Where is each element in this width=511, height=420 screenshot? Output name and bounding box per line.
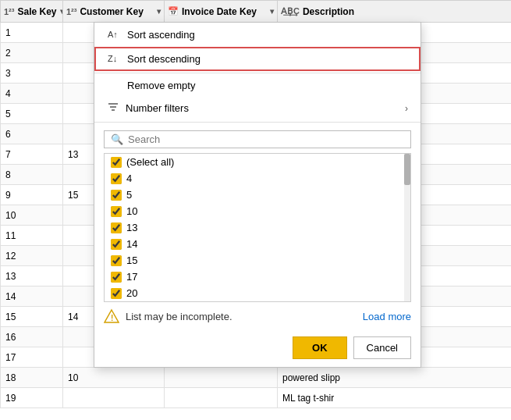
col-icon-123-2: 1²³	[66, 7, 76, 16]
menu-separator-2	[94, 122, 421, 123]
cell-sale: 15	[1, 307, 63, 327]
checkbox-select-all[interactable]: (Select all)	[105, 154, 410, 170]
sort-descending-label: Sort descending	[127, 53, 200, 65]
filter-dropdown: A↑ Sort ascending Z↓ Sort descending Rem…	[94, 22, 421, 368]
warning-row: ! List may be incomplete. Load more	[94, 302, 421, 330]
cell-sale: 10	[1, 205, 63, 226]
checkbox-label-14: 14	[126, 238, 137, 250]
cell-sale: 16	[1, 327, 63, 347]
col-header-invoice-date[interactable]: 📅 Invoice Date Key ▾	[165, 1, 278, 23]
col-icon-123: 1²³	[4, 7, 14, 16]
cell-sale: 13	[1, 266, 63, 287]
filter-search-input[interactable]	[128, 133, 404, 145]
filter-panel: 🔍 (Select all) 4 5 10	[94, 124, 421, 302]
cell-sale: 8	[1, 165, 63, 185]
search-icon: 🔍	[111, 133, 123, 145]
cell-sale: 14	[1, 287, 63, 307]
sort-ascending-item[interactable]: A↑ Sort ascending	[94, 23, 421, 47]
checkbox-item-15[interactable]: 15	[105, 252, 410, 269]
cell-sale: 1	[1, 23, 63, 43]
sort-desc-icon: Z↓	[107, 52, 121, 66]
cell-sale: 9	[1, 185, 63, 205]
cell-sale: 17	[1, 347, 63, 368]
cell-desc: powered slipp	[278, 368, 512, 388]
checkbox-item-17[interactable]: 17	[105, 269, 410, 285]
checkbox-list: (Select all) 4 5 10 13	[104, 153, 411, 302]
checkbox-label-4: 4	[126, 173, 132, 184]
checkbox-label-10: 10	[126, 205, 137, 217]
cell-invoice	[165, 388, 278, 408]
checkbox-input-14[interactable]	[111, 239, 122, 250]
button-row: OK Cancel	[94, 330, 421, 367]
warning-left: ! List may be incomplete.	[104, 308, 232, 324]
checkbox-input-13[interactable]	[111, 222, 122, 233]
cell-sale: 6	[1, 124, 63, 144]
checkbox-item-14[interactable]: 14	[105, 236, 410, 252]
cell-sale: 7	[1, 144, 63, 165]
cell-sale: 3	[1, 63, 63, 84]
remove-empty-item[interactable]: Remove empty	[94, 75, 421, 96]
sort-ascending-label: Sort ascending	[127, 29, 195, 41]
load-more-link[interactable]: Load more	[363, 311, 411, 322]
checkbox-input-20[interactable]	[111, 288, 122, 299]
cell-invoice	[165, 368, 278, 388]
checkbox-item-13[interactable]: 13	[105, 219, 410, 236]
cell-sale: 19	[1, 388, 63, 408]
number-filters-item[interactable]: Number filters ›	[94, 96, 421, 120]
filter-search-box[interactable]: 🔍	[104, 130, 411, 148]
col-dropdown-sale-key[interactable]: ▾	[60, 7, 63, 16]
checkbox-item-5[interactable]: 5	[105, 187, 410, 203]
col-icon-abc: A͢B͢C	[281, 6, 300, 16]
sort-asc-icon: A↑	[107, 27, 121, 42]
svg-text:Z↓: Z↓	[108, 54, 117, 63]
svg-text:A↑: A↑	[108, 30, 118, 39]
cell-sale: 4	[1, 84, 63, 104]
warning-icon: !	[104, 308, 119, 324]
checkbox-label-5: 5	[126, 189, 132, 201]
col-dropdown-invoice-date[interactable]: ▾	[270, 7, 274, 16]
col-dropdown-customer-key[interactable]: ▾	[157, 7, 161, 16]
menu-separator-1	[94, 73, 421, 73]
chevron-right-icon: ›	[405, 103, 408, 114]
cell-customer: 10	[63, 368, 165, 388]
number-filters-icon	[107, 101, 119, 116]
col-header-customer-key[interactable]: 1²³ Customer Key ▾	[63, 1, 165, 23]
checkbox-select-all-input[interactable]	[111, 157, 122, 168]
checkbox-label-17: 17	[126, 271, 137, 283]
cell-customer	[63, 388, 165, 408]
checkbox-label-13: 13	[126, 222, 137, 233]
col-label-invoice-date: Invoice Date Key	[182, 6, 257, 17]
checkbox-item-4[interactable]: 4	[105, 170, 410, 187]
checkbox-input-5[interactable]	[111, 190, 122, 201]
checkbox-input-17[interactable]	[111, 272, 122, 283]
number-filters-label: Number filters	[126, 102, 189, 114]
table-row: 19ML tag t-shir	[1, 388, 512, 408]
scrollbar-thumb[interactable]	[404, 154, 410, 185]
cell-sale: 18	[1, 368, 63, 388]
warning-text: List may be incomplete.	[126, 311, 232, 322]
cell-sale: 11	[1, 226, 63, 246]
cell-sale: 12	[1, 246, 63, 266]
cell-sale: 5	[1, 104, 63, 124]
cancel-button[interactable]: Cancel	[353, 336, 411, 359]
sort-descending-item[interactable]: Z↓ Sort descending	[94, 47, 421, 71]
table-row: 1810powered slipp	[1, 368, 512, 388]
checkbox-item-20[interactable]: 20	[105, 285, 410, 301]
scrollbar-track[interactable]	[404, 154, 410, 301]
checkbox-input-15[interactable]	[111, 255, 122, 266]
checkbox-input-4[interactable]	[111, 173, 122, 184]
remove-empty-label: Remove empty	[127, 80, 195, 91]
ok-button[interactable]: OK	[293, 336, 347, 359]
checkbox-item-10[interactable]: 10	[105, 203, 410, 219]
checkbox-select-all-label: (Select all)	[126, 156, 174, 168]
table-container: 1²³ Sale Key ▾ 1²³ Customer Key ▾ 📅	[0, 0, 511, 420]
col-icon-calendar: 📅	[168, 6, 179, 16]
cell-sale: 2	[1, 43, 63, 63]
col-label-description: Description	[303, 6, 354, 17]
checkbox-label-15: 15	[126, 254, 137, 266]
svg-text:!: !	[111, 314, 113, 322]
col-header-sale-key[interactable]: 1²³ Sale Key ▾	[1, 1, 63, 23]
cell-desc: ML tag t-shir	[278, 388, 512, 408]
checkbox-label-20: 20	[126, 287, 137, 299]
checkbox-input-10[interactable]	[111, 206, 122, 217]
